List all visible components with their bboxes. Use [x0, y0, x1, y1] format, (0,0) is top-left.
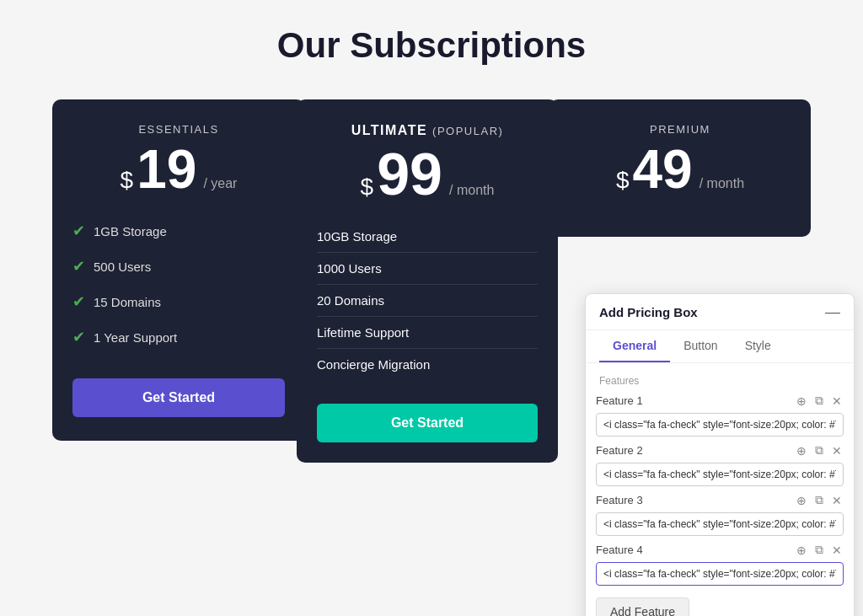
feature-delete-button-2[interactable]: ✕	[830, 442, 844, 459]
feature-input-2[interactable]	[596, 463, 844, 486]
get-started-button-ultimate[interactable]: Get Started	[317, 404, 538, 442]
popular-badge: (Popular)	[432, 125, 503, 137]
panel-tabs: General Button Style	[586, 330, 854, 363]
price-row-essentials: $ 19 / year	[72, 142, 285, 196]
price-dollar-essentials: $	[121, 167, 134, 194]
price-period-essentials: / year	[203, 176, 237, 191]
feature-row-2: Feature 2 ⊕ ⧉ ✕	[596, 442, 844, 486]
feature-row-3: Feature 3 ⊕ ⧉ ✕	[596, 491, 844, 536]
tab-general[interactable]: General	[599, 330, 670, 362]
features-list-ultimate: 10GB Storage 1000 Users 20 Domains Lifet…	[317, 221, 538, 380]
feature-item: ✔ 15 Domains	[72, 284, 285, 319]
feature-row-4: Feature 4 ⊕ ⧉ ✕	[596, 541, 844, 586]
price-period-ultimate: / month	[449, 183, 494, 198]
feature-delete-button-3[interactable]: ✕	[830, 491, 844, 509]
check-icon: ✔	[72, 222, 85, 240]
feature-label-2: Feature 2	[596, 444, 643, 457]
feature-text: 500 Users	[94, 260, 151, 274]
card-name-ultimate: ULTIMATE (Popular)	[317, 123, 538, 138]
feature-text: 1 Year Support	[94, 330, 177, 345]
feature-item: 10GB Storage	[317, 221, 538, 253]
feature-item: ✔ 1 Year Support	[72, 319, 285, 355]
feature-item: 20 Domains	[317, 285, 538, 317]
check-icon: ✔	[72, 328, 85, 346]
feature-text: 20 Domains	[317, 293, 384, 308]
feature-label-3: Feature 3	[596, 494, 643, 506]
features-list-essentials: ✔ 1GB Storage ✔ 500 Users ✔ 15 Domains ✔…	[72, 213, 285, 355]
feature-text: 15 Domains	[94, 295, 161, 309]
feature-move-button-1[interactable]: ⊕	[795, 392, 808, 410]
feature-label-1: Feature 1	[596, 394, 643, 407]
panel-header: Add Pricing Box —	[586, 294, 854, 330]
price-period-premium: / month	[700, 176, 744, 191]
feature-row-header-2: Feature 2 ⊕ ⧉ ✕	[596, 442, 844, 459]
price-amount-premium: 49	[633, 142, 693, 196]
check-icon: ✔	[72, 292, 85, 311]
feature-text: 10GB Storage	[317, 229, 397, 244]
panel-minimize-button[interactable]: —	[825, 304, 840, 319]
feature-item: ✔ 1GB Storage	[72, 213, 285, 249]
feature-row-actions-4: ⊕ ⧉ ✕	[795, 541, 844, 559]
feature-input-3[interactable]	[596, 512, 844, 536]
feature-text: Concierge Migration	[317, 357, 430, 372]
tab-button[interactable]: Button	[670, 330, 731, 362]
page-title: Our Subscriptions	[277, 25, 586, 66]
feature-row-header-4: Feature 4 ⊕ ⧉ ✕	[596, 541, 844, 559]
card-name-essentials: ESSENTIALS	[72, 123, 285, 136]
feature-input-1[interactable]	[596, 413, 844, 437]
price-amount-ultimate: 99	[377, 145, 442, 204]
panel-body: Features Feature 1 ⊕ ⧉ ✕ Feature 2	[586, 363, 854, 616]
feature-copy-button-2[interactable]: ⧉	[813, 442, 825, 459]
feature-delete-button-1[interactable]: ✕	[830, 392, 844, 410]
pricing-card-premium: PREMIUM $ 49 / month	[549, 99, 811, 237]
feature-item: ✔ 500 Users	[72, 249, 285, 284]
feature-row-actions-2: ⊕ ⧉ ✕	[795, 442, 844, 459]
feature-move-button-2[interactable]: ⊕	[795, 442, 808, 459]
feature-move-button-3[interactable]: ⊕	[795, 491, 808, 509]
add-pricing-box-panel: Add Pricing Box — General Button Style F…	[585, 293, 855, 616]
feature-copy-button-1[interactable]: ⧉	[813, 392, 825, 410]
feature-text: Lifetime Support	[317, 325, 409, 340]
pricing-card-essentials: ESSENTIALS $ 19 / year ✔ 1GB Storage ✔ 5…	[52, 99, 305, 441]
check-icon: ✔	[72, 257, 85, 276]
price-row-premium: $ 49 / month	[570, 142, 791, 196]
feature-label-4: Feature 4	[596, 544, 643, 556]
feature-text: 1GB Storage	[94, 224, 167, 238]
feature-copy-button-4[interactable]: ⧉	[813, 541, 825, 559]
feature-copy-button-3[interactable]: ⧉	[813, 491, 825, 509]
price-dollar-ultimate: $	[361, 174, 374, 201]
add-feature-button[interactable]: Add Feature	[596, 597, 689, 616]
tab-style[interactable]: Style	[732, 330, 785, 362]
feature-row-header-3: Feature 3 ⊕ ⧉ ✕	[596, 491, 844, 509]
feature-row-1: Feature 1 ⊕ ⧉ ✕	[596, 392, 844, 437]
feature-row-header-1: Feature 1 ⊕ ⧉ ✕	[596, 392, 844, 410]
feature-item: Concierge Migration	[317, 349, 538, 380]
price-amount-essentials: 19	[137, 142, 196, 196]
cards-container: ESSENTIALS $ 19 / year ✔ 1GB Storage ✔ 5…	[17, 99, 846, 463]
pricing-card-ultimate: ULTIMATE (Popular) $ 99 / month 10GB Sto…	[297, 99, 558, 463]
feature-input-4[interactable]	[596, 562, 844, 586]
feature-delete-button-4[interactable]: ✕	[830, 541, 844, 559]
feature-row-actions-3: ⊕ ⧉ ✕	[795, 491, 844, 509]
card-name-premium: PREMIUM	[570, 123, 791, 136]
feature-item: 1000 Users	[317, 253, 538, 285]
feature-move-button-4[interactable]: ⊕	[795, 541, 808, 559]
panel-title: Add Pricing Box	[599, 305, 698, 319]
price-dollar-premium: $	[616, 167, 630, 194]
features-scroll-hint: Features	[586, 372, 854, 387]
feature-item: Lifetime Support	[317, 317, 538, 349]
price-row-ultimate: $ 99 / month	[317, 145, 538, 204]
feature-row-actions-1: ⊕ ⧉ ✕	[795, 392, 844, 410]
get-started-button-essentials[interactable]: Get Started	[72, 378, 285, 417]
feature-text: 1000 Users	[317, 261, 382, 276]
